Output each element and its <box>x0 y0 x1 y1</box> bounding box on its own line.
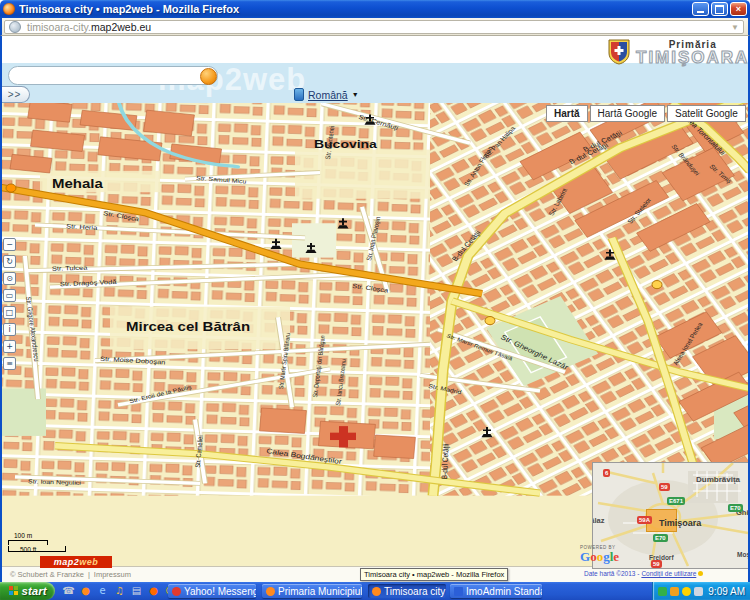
scale-imperial-label: 500 ft <box>20 546 36 553</box>
firefox-icon[interactable]: ● <box>79 584 92 597</box>
poi-marker[interactable] <box>6 184 16 192</box>
task-button[interactable]: Yahoo! Messenger <box>168 584 256 598</box>
firefox-icon <box>3 3 15 15</box>
taskbar-tooltip: Timisoara city • map2web - Mozilla Firef… <box>360 568 508 581</box>
minimap-label: Săcălaz <box>592 516 605 525</box>
ie-icon[interactable]: e <box>96 584 109 597</box>
phone-icon[interactable]: ☎ <box>62 584 75 597</box>
info-tool[interactable]: i <box>3 323 16 336</box>
attribution-text: Date hartă ©2013 - <box>584 570 639 577</box>
antivirus-tray-icon[interactable] <box>658 587 667 596</box>
sidebar-expand-button[interactable]: >> <box>0 86 30 103</box>
coat-of-arms-icon <box>608 39 630 65</box>
scale-metric-label: 100 m <box>14 532 32 539</box>
select-area-tool[interactable]: □ <box>3 306 16 319</box>
explorer-icon[interactable]: ▤ <box>130 584 143 597</box>
language-dropdown-icon[interactable]: ▼ <box>352 91 359 98</box>
layers-tool[interactable]: ≡ <box>3 357 16 370</box>
start-button[interactable]: start <box>0 582 55 600</box>
url-dropdown-icon[interactable]: ▼ <box>731 23 739 32</box>
language-icon <box>294 88 304 101</box>
impressum-link[interactable]: Impressum <box>94 570 131 579</box>
task-button[interactable]: ImoAdmin Standard (... <box>450 584 542 598</box>
route-badge: E671 <box>667 497 685 505</box>
minimap-label: Dumbrăviţa <box>696 475 740 484</box>
primaria-logo[interactable]: Primăria TIMIŞOARA <box>608 38 749 65</box>
scale-bar-metric <box>8 540 48 545</box>
firefox-icon <box>266 587 275 596</box>
district-label: Bucovina <box>314 137 378 150</box>
street-label: B-dul Cetăţii <box>439 443 450 479</box>
quick-launch: ☎●e♫▤●☺ <box>62 584 177 597</box>
clock: 9:09 AM <box>708 586 745 597</box>
firefox-icon <box>372 587 381 596</box>
zoom-out-tool[interactable]: − <box>3 238 16 251</box>
task-button[interactable]: Primaria Municipiului T... <box>262 584 362 598</box>
update-tray-icon[interactable] <box>670 587 679 596</box>
window-title: Timisoara city • map2web - Mozilla Firef… <box>19 3 690 15</box>
measure-tool[interactable]: ▭ <box>3 289 16 302</box>
scale-bar-imperial <box>8 546 66 552</box>
minimap-label: Moşniţa Nouă <box>737 551 750 558</box>
terms-link[interactable]: Condiţii de utilizare <box>641 570 696 577</box>
pan-tool[interactable]: ⊙ <box>3 272 16 285</box>
firefox2-icon[interactable]: ● <box>147 584 160 597</box>
route-badge: E70 <box>728 504 743 512</box>
task-button[interactable]: Timisoara city • map2... <box>368 584 446 598</box>
district-label: Mehala <box>52 177 103 190</box>
tab-hartă-google[interactable]: Hartă Google <box>590 105 665 122</box>
url-input[interactable]: timisoara-city. map2web.eu ▼ <box>4 20 744 34</box>
route-badge: 59A <box>637 516 652 524</box>
yahoo-smiley-icon <box>172 587 181 596</box>
brand-large-text: TIMIŞOARA <box>636 48 749 67</box>
minimap-label: Timişoara <box>659 518 701 528</box>
map-attribution: Date hartă ©2013 - Condiţii de utilizare <box>584 570 703 577</box>
windows-flag-icon <box>9 586 19 596</box>
window-titlebar[interactable]: Timisoara city • map2web - Mozilla Firef… <box>0 0 750 18</box>
status-dot-icon <box>698 571 703 576</box>
poi-marker[interactable] <box>652 281 662 289</box>
close-button[interactable]: × <box>730 2 747 16</box>
minimize-button[interactable] <box>692 2 709 16</box>
url-domain: map2web.eu <box>91 21 151 33</box>
map-toolbar: −↻⊙▭□i+≡ <box>3 238 16 370</box>
google-logo: POWERED BY Google <box>580 545 619 563</box>
district-label: Mircea cel Bătrân <box>126 320 250 333</box>
messenger-tray-icon[interactable] <box>682 587 691 596</box>
taskbar: start ☎●e♫▤●☺ Yahoo! MessengerPrimaria M… <box>0 582 750 600</box>
route-badge: 59 <box>651 560 662 568</box>
url-subdomain: timisoara-city. <box>27 21 91 33</box>
search-button[interactable] <box>200 68 217 85</box>
refresh-tool[interactable]: ↻ <box>3 255 16 268</box>
street-label: Str. Tulcea <box>52 264 88 271</box>
restore-button[interactable] <box>711 2 728 16</box>
route-badge: 6 <box>603 469 610 477</box>
volume-tray-icon[interactable] <box>694 587 703 596</box>
tab-hartă[interactable]: Hartă <box>546 105 588 122</box>
app-window-icon <box>454 587 463 596</box>
route-badge: 59 <box>659 483 670 491</box>
poi-marker[interactable] <box>485 317 495 325</box>
search-input[interactable] <box>8 66 218 85</box>
site-favicon <box>9 21 21 33</box>
route-badge: E70 <box>653 534 668 542</box>
language-link[interactable]: Română <box>308 89 348 101</box>
credits-text: © Schubert & Franzke <box>10 570 84 579</box>
media-player-icon[interactable]: ♫ <box>113 584 126 597</box>
center-tool[interactable]: + <box>3 340 16 353</box>
map2web-logo: map2web <box>40 556 112 568</box>
system-tray: 9:09 AM <box>652 582 750 600</box>
tab-satelit-google[interactable]: Satelit Google <box>667 105 746 122</box>
map-type-tabs: HartăHartă GoogleSatelit Google <box>546 105 746 122</box>
